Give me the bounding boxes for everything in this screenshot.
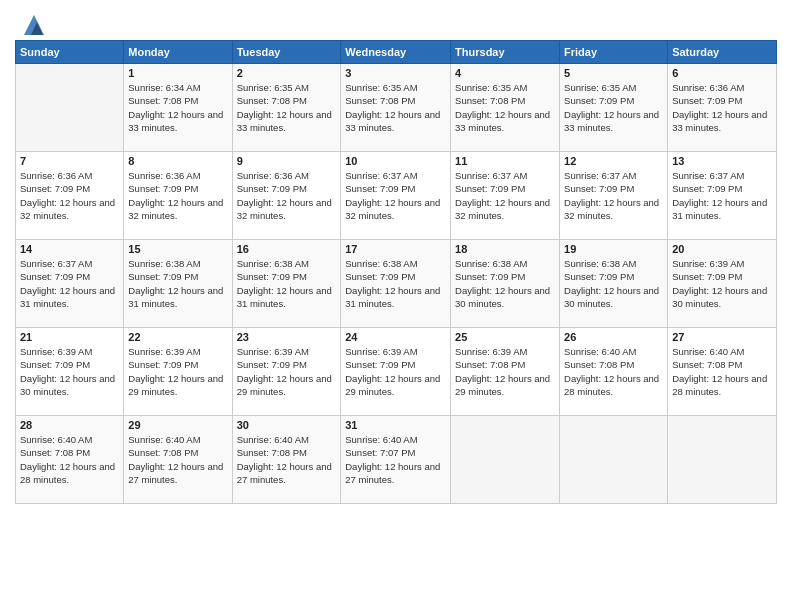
table-row: 7Sunrise: 6:36 AM Sunset: 7:09 PM Daylig… [16,152,124,240]
day-info: Sunrise: 6:36 AM Sunset: 7:09 PM Dayligh… [672,81,772,134]
day-info: Sunrise: 6:40 AM Sunset: 7:08 PM Dayligh… [128,433,227,486]
table-row: 25Sunrise: 6:39 AM Sunset: 7:08 PM Dayli… [451,328,560,416]
day-number: 25 [455,331,555,343]
table-row: 3Sunrise: 6:35 AM Sunset: 7:08 PM Daylig… [341,64,451,152]
table-row: 26Sunrise: 6:40 AM Sunset: 7:08 PM Dayli… [560,328,668,416]
table-row: 2Sunrise: 6:35 AM Sunset: 7:08 PM Daylig… [232,64,341,152]
day-info: Sunrise: 6:37 AM Sunset: 7:09 PM Dayligh… [672,169,772,222]
day-info: Sunrise: 6:38 AM Sunset: 7:09 PM Dayligh… [237,257,337,310]
table-row: 18Sunrise: 6:38 AM Sunset: 7:09 PM Dayli… [451,240,560,328]
day-number: 7 [20,155,119,167]
table-row: 1Sunrise: 6:34 AM Sunset: 7:08 PM Daylig… [124,64,232,152]
table-row: 15Sunrise: 6:38 AM Sunset: 7:09 PM Dayli… [124,240,232,328]
table-row: 24Sunrise: 6:39 AM Sunset: 7:09 PM Dayli… [341,328,451,416]
day-info: Sunrise: 6:37 AM Sunset: 7:09 PM Dayligh… [564,169,663,222]
day-info: Sunrise: 6:35 AM Sunset: 7:08 PM Dayligh… [345,81,446,134]
day-info: Sunrise: 6:34 AM Sunset: 7:08 PM Dayligh… [128,81,227,134]
day-number: 14 [20,243,119,255]
col-wednesday: Wednesday [341,41,451,64]
table-row: 12Sunrise: 6:37 AM Sunset: 7:09 PM Dayli… [560,152,668,240]
day-number: 26 [564,331,663,343]
day-info: Sunrise: 6:40 AM Sunset: 7:08 PM Dayligh… [20,433,119,486]
day-info: Sunrise: 6:40 AM Sunset: 7:08 PM Dayligh… [564,345,663,398]
calendar-week-row: 1Sunrise: 6:34 AM Sunset: 7:08 PM Daylig… [16,64,777,152]
day-number: 28 [20,419,119,431]
day-number: 15 [128,243,227,255]
calendar-table: Sunday Monday Tuesday Wednesday Thursday… [15,40,777,504]
col-thursday: Thursday [451,41,560,64]
day-number: 21 [20,331,119,343]
day-info: Sunrise: 6:35 AM Sunset: 7:08 PM Dayligh… [237,81,337,134]
calendar-week-row: 28Sunrise: 6:40 AM Sunset: 7:08 PM Dayli… [16,416,777,504]
logo [15,10,49,32]
table-row: 27Sunrise: 6:40 AM Sunset: 7:08 PM Dayli… [668,328,777,416]
day-number: 27 [672,331,772,343]
day-number: 9 [237,155,337,167]
table-row: 10Sunrise: 6:37 AM Sunset: 7:09 PM Dayli… [341,152,451,240]
col-friday: Friday [560,41,668,64]
day-info: Sunrise: 6:38 AM Sunset: 7:09 PM Dayligh… [345,257,446,310]
day-info: Sunrise: 6:36 AM Sunset: 7:09 PM Dayligh… [20,169,119,222]
day-info: Sunrise: 6:39 AM Sunset: 7:08 PM Dayligh… [455,345,555,398]
day-info: Sunrise: 6:37 AM Sunset: 7:09 PM Dayligh… [455,169,555,222]
table-row: 13Sunrise: 6:37 AM Sunset: 7:09 PM Dayli… [668,152,777,240]
table-row: 4Sunrise: 6:35 AM Sunset: 7:08 PM Daylig… [451,64,560,152]
table-row [16,64,124,152]
day-number: 6 [672,67,772,79]
day-number: 29 [128,419,227,431]
table-row: 23Sunrise: 6:39 AM Sunset: 7:09 PM Dayli… [232,328,341,416]
col-tuesday: Tuesday [232,41,341,64]
table-row: 17Sunrise: 6:38 AM Sunset: 7:09 PM Dayli… [341,240,451,328]
calendar-week-row: 14Sunrise: 6:37 AM Sunset: 7:09 PM Dayli… [16,240,777,328]
table-row: 30Sunrise: 6:40 AM Sunset: 7:08 PM Dayli… [232,416,341,504]
table-row: 22Sunrise: 6:39 AM Sunset: 7:09 PM Dayli… [124,328,232,416]
day-number: 8 [128,155,227,167]
day-number: 30 [237,419,337,431]
table-row: 6Sunrise: 6:36 AM Sunset: 7:09 PM Daylig… [668,64,777,152]
calendar-week-row: 21Sunrise: 6:39 AM Sunset: 7:09 PM Dayli… [16,328,777,416]
day-info: Sunrise: 6:35 AM Sunset: 7:08 PM Dayligh… [455,81,555,134]
day-info: Sunrise: 6:39 AM Sunset: 7:09 PM Dayligh… [345,345,446,398]
table-row: 8Sunrise: 6:36 AM Sunset: 7:09 PM Daylig… [124,152,232,240]
calendar-header-row: Sunday Monday Tuesday Wednesday Thursday… [16,41,777,64]
calendar-week-row: 7Sunrise: 6:36 AM Sunset: 7:09 PM Daylig… [16,152,777,240]
table-row: 20Sunrise: 6:39 AM Sunset: 7:09 PM Dayli… [668,240,777,328]
day-number: 20 [672,243,772,255]
day-number: 24 [345,331,446,343]
day-info: Sunrise: 6:39 AM Sunset: 7:09 PM Dayligh… [237,345,337,398]
day-number: 23 [237,331,337,343]
day-number: 2 [237,67,337,79]
table-row: 11Sunrise: 6:37 AM Sunset: 7:09 PM Dayli… [451,152,560,240]
col-saturday: Saturday [668,41,777,64]
day-number: 19 [564,243,663,255]
day-info: Sunrise: 6:38 AM Sunset: 7:09 PM Dayligh… [455,257,555,310]
table-row: 19Sunrise: 6:38 AM Sunset: 7:09 PM Dayli… [560,240,668,328]
table-row: 9Sunrise: 6:36 AM Sunset: 7:09 PM Daylig… [232,152,341,240]
day-number: 31 [345,419,446,431]
col-sunday: Sunday [16,41,124,64]
table-row [451,416,560,504]
day-info: Sunrise: 6:36 AM Sunset: 7:09 PM Dayligh… [237,169,337,222]
table-row: 31Sunrise: 6:40 AM Sunset: 7:07 PM Dayli… [341,416,451,504]
day-info: Sunrise: 6:37 AM Sunset: 7:09 PM Dayligh… [20,257,119,310]
page: Sunday Monday Tuesday Wednesday Thursday… [0,0,792,612]
day-info: Sunrise: 6:38 AM Sunset: 7:09 PM Dayligh… [128,257,227,310]
table-row [668,416,777,504]
day-info: Sunrise: 6:37 AM Sunset: 7:09 PM Dayligh… [345,169,446,222]
table-row: 28Sunrise: 6:40 AM Sunset: 7:08 PM Dayli… [16,416,124,504]
day-number: 1 [128,67,227,79]
day-number: 11 [455,155,555,167]
table-row: 21Sunrise: 6:39 AM Sunset: 7:09 PM Dayli… [16,328,124,416]
day-info: Sunrise: 6:39 AM Sunset: 7:09 PM Dayligh… [20,345,119,398]
table-row: 5Sunrise: 6:35 AM Sunset: 7:09 PM Daylig… [560,64,668,152]
day-number: 22 [128,331,227,343]
table-row: 14Sunrise: 6:37 AM Sunset: 7:09 PM Dayli… [16,240,124,328]
day-number: 4 [455,67,555,79]
day-number: 13 [672,155,772,167]
day-number: 3 [345,67,446,79]
day-info: Sunrise: 6:40 AM Sunset: 7:07 PM Dayligh… [345,433,446,486]
day-info: Sunrise: 6:40 AM Sunset: 7:08 PM Dayligh… [672,345,772,398]
day-info: Sunrise: 6:35 AM Sunset: 7:09 PM Dayligh… [564,81,663,134]
table-row: 16Sunrise: 6:38 AM Sunset: 7:09 PM Dayli… [232,240,341,328]
day-number: 12 [564,155,663,167]
